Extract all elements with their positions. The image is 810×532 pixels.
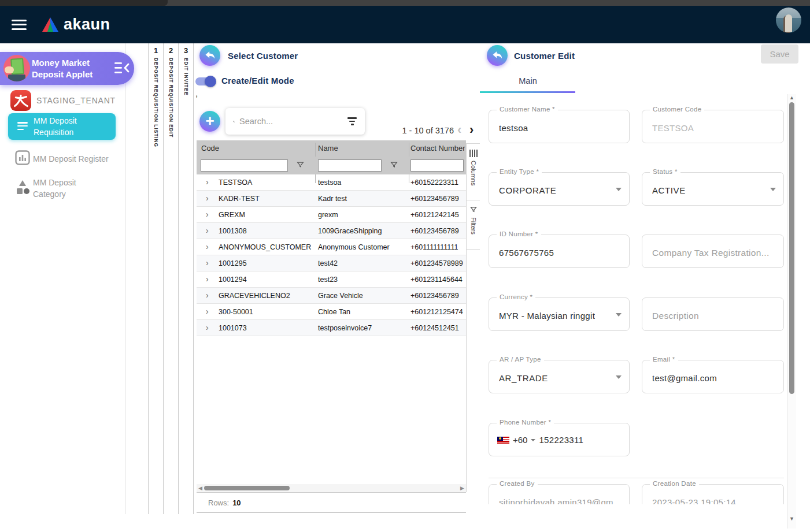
contact-filter-input[interactable] <box>410 159 464 172</box>
step-label: DEPOSIT REQUISITION EDIT <box>168 58 174 137</box>
category-shapes-icon <box>15 178 32 199</box>
pagination-next-icon[interactable]: › <box>469 125 474 135</box>
search-box[interactable] <box>225 108 365 135</box>
currency-select[interactable]: Currency * MYR - Malaysian ringgit <box>489 297 630 331</box>
scroll-up-icon[interactable]: ▲ <box>789 95 794 101</box>
row-expand-icon[interactable]: › <box>206 226 209 235</box>
tab-main[interactable]: Main <box>511 76 545 85</box>
sidebar-collapse-icon[interactable] <box>114 62 130 76</box>
browser-active-tab <box>0 0 168 6</box>
form-scroll-thumb[interactable] <box>789 102 794 394</box>
column-header-code[interactable]: Code <box>201 144 219 152</box>
row-expand-icon[interactable]: › <box>206 291 209 300</box>
dial-code[interactable]: +60 <box>513 435 527 445</box>
customer-edit-form: Customer Name * testsoa Customer Code TE… <box>480 94 787 504</box>
akaun-logo[interactable]: akaun <box>42 16 110 34</box>
description-field[interactable]: Description <box>642 297 784 331</box>
step-tab-3[interactable]: 3 EDIT INVITEE <box>179 43 194 514</box>
row-expand-icon[interactable]: › <box>206 258 209 267</box>
status-select[interactable]: Status * ACTIVE <box>642 172 784 206</box>
column-header-contact[interactable]: Contact Number <box>410 144 465 152</box>
back-button[interactable] <box>199 45 220 66</box>
applet-title: Money Market Deposit Applet <box>32 57 110 80</box>
table-row[interactable]: › KADR-TESTKadr test+60123456789 <box>197 191 466 207</box>
filter-list-icon[interactable] <box>347 117 357 125</box>
columns-label: Columns <box>470 161 477 185</box>
table-row[interactable]: › GREXMgrexm+60121242145 <box>197 207 466 223</box>
creation-date-field: Creation Date 2023-05-23 19:05:14 <box>642 484 784 504</box>
row-expand-icon[interactable]: › <box>206 194 209 203</box>
columns-button[interactable]: Columns <box>467 143 480 200</box>
pagination-prev-icon[interactable]: ‹ <box>457 125 461 135</box>
row-expand-icon[interactable]: › <box>206 177 209 187</box>
name-funnel-icon[interactable] <box>390 161 398 169</box>
step-tab-1[interactable]: 1 DEPOSIT REQUISITION LISTING <box>149 43 164 514</box>
scroll-down-icon[interactable]: ▼ <box>789 516 794 522</box>
table-row[interactable]: › 1001295test42+601234578989 <box>197 255 466 271</box>
table-row[interactable]: › GRACEVEHICLENO2Grace Vehicle+601234567… <box>197 288 466 304</box>
create-edit-mode-toggle[interactable] <box>195 76 216 87</box>
customer-edit-back-button[interactable] <box>487 45 508 66</box>
table-row[interactable]: › 300-50001Chloe Tan+601212125474 <box>197 304 466 320</box>
form-scrollbar[interactable]: ▲ ▼ <box>787 94 796 529</box>
table-row[interactable]: › ANONYMOUS_CUSTOMERAnonymous Customer+6… <box>197 239 466 255</box>
sidebar-item-mm-deposit-requisition[interactable]: MM Deposit Requisition <box>8 113 116 140</box>
code-filter-input[interactable] <box>201 159 288 172</box>
row-expand-icon[interactable]: › <box>206 210 209 219</box>
select-customer-title: Select Customer <box>228 51 298 61</box>
company-tax-field[interactable]: Company Tax Registration... <box>642 235 784 268</box>
email-field[interactable]: Email * test@gmail.com <box>642 360 784 393</box>
sidebar-item-label: MM Deposit Requisition <box>34 116 109 138</box>
back-arrow-icon <box>491 50 503 61</box>
ar-ap-type-select[interactable]: AR / AP Type AR_TRADE <box>489 360 630 393</box>
create-edit-mode-label: Create/Edit Mode <box>221 76 294 85</box>
rows-label: Rows: <box>208 498 229 507</box>
entity-type-select[interactable]: Entity Type * CORPORATE <box>489 172 630 206</box>
tab-underline <box>480 91 575 93</box>
save-button[interactable]: Save <box>761 44 798 64</box>
malaysia-flag-icon[interactable] <box>497 437 509 444</box>
user-avatar[interactable] <box>776 8 801 33</box>
dropdown-caret-icon <box>770 188 776 191</box>
dropdown-caret-icon <box>616 188 622 191</box>
filters-button[interactable]: Filters <box>467 200 480 250</box>
tenant-name[interactable]: STAGING_TENANT <box>36 96 116 105</box>
akaun-logo-text: akaun <box>64 16 110 34</box>
id-number-field[interactable]: ID Number * 67567675765 <box>489 235 630 268</box>
customer-name-field[interactable]: Customer Name * testsoa <box>489 110 630 143</box>
row-expand-icon[interactable]: › <box>206 307 209 316</box>
step-tab-2[interactable]: 2 DEPOSIT REQUISITION EDIT <box>164 43 179 514</box>
phone-number-field[interactable]: Phone Number * +60 152223311 <box>489 423 630 456</box>
table-filter-row <box>197 157 466 174</box>
sidebar-item-mm-deposit-register[interactable]: MM Deposit Register <box>33 153 109 165</box>
horizontal-scroll-thumb[interactable] <box>204 486 290 490</box>
scroll-left-icon[interactable]: ◀ <box>198 485 202 491</box>
top-navbar: akaun <box>0 6 810 43</box>
row-expand-icon[interactable]: › <box>206 323 209 332</box>
horizontal-scrollbar[interactable]: ◀ ▶ <box>197 484 466 492</box>
plus-icon: + <box>205 113 214 128</box>
scroll-right-icon[interactable]: ▶ <box>460 485 464 491</box>
table-row[interactable]: › 1001294test23+601231145644 <box>197 271 466 288</box>
tenant-icon[interactable] <box>10 90 31 111</box>
step-label: DEPOSIT REQUISITION LISTING <box>153 58 159 147</box>
table-row[interactable]: › 10013081009GraceShipping+60123456789 <box>197 223 466 239</box>
pagination-text: 1 - 10 of 3176 <box>358 126 454 135</box>
sidebar-item-mm-deposit-category[interactable]: MM Deposit Category <box>33 177 97 200</box>
add-customer-button[interactable]: + <box>199 111 220 132</box>
step-number: 3 <box>184 46 188 55</box>
applet-header[interactable]: Money Market Deposit Applet <box>0 52 134 85</box>
wizard-step-strip: 1 DEPOSIT REQUISITION LISTING 2 DEPOSIT … <box>148 43 194 514</box>
name-filter-input[interactable] <box>318 159 382 172</box>
row-expand-icon[interactable]: › <box>206 242 209 251</box>
row-expand-icon[interactable]: › <box>206 274 209 284</box>
table-row[interactable]: › 1001073testposeinvoice7+60124512451 <box>197 320 466 336</box>
hamburger-menu-icon[interactable] <box>12 20 27 30</box>
sidebar-divider <box>125 43 126 514</box>
column-header-name[interactable]: Name <box>318 144 338 152</box>
table-row[interactable]: › TESTSOAtestsoa+60152223311 <box>197 174 466 191</box>
akaun-logo-icon <box>42 17 59 32</box>
dropdown-caret-icon <box>616 313 622 317</box>
code-funnel-icon[interactable] <box>296 161 305 169</box>
search-input[interactable] <box>239 117 347 126</box>
